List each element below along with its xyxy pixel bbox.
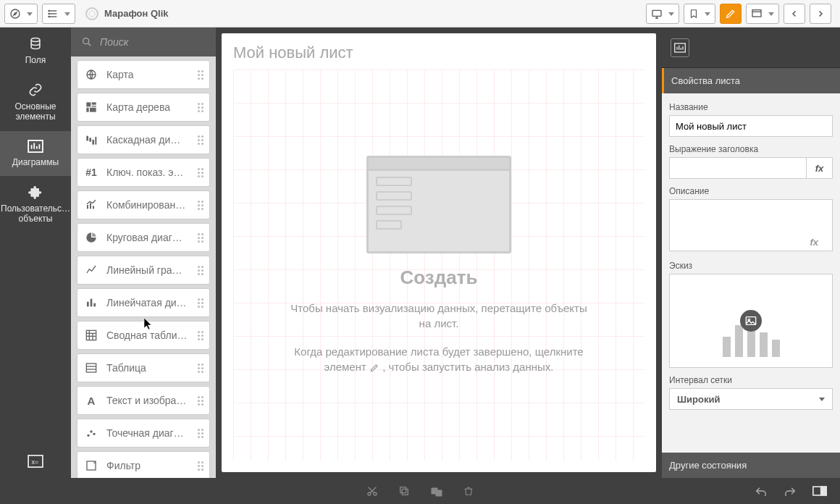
grip-icon [198, 135, 203, 145]
asset-label: Круговая диаг… [106, 232, 198, 243]
properties-tab-sheet[interactable] [671, 38, 689, 57]
rail-fields[interactable]: Поля [0, 28, 71, 74]
svg-point-6 [49, 16, 49, 17]
chevron-down-icon [705, 12, 710, 16]
svg-rect-24 [86, 108, 88, 112]
rail-charts[interactable]: Диаграммы [0, 131, 71, 176]
storytelling-button[interactable] [646, 4, 679, 24]
toggle-panel-button[interactable] [812, 486, 827, 496]
prop-desc-input[interactable] [669, 199, 833, 251]
svg-rect-31 [90, 203, 91, 209]
nav-compass-button[interactable] [4, 4, 38, 24]
sheet-title: Мой новый лист [222, 33, 656, 70]
asset-item[interactable]: Карта дерева [77, 93, 210, 122]
scatter-icon [83, 427, 99, 439]
svg-rect-33 [87, 302, 89, 307]
link-icon [28, 83, 43, 97]
asset-item[interactable]: #1Ключ. показ. э… [77, 158, 210, 187]
sheet-canvas[interactable]: Мой новый лист Создать Чтобы начать ви [222, 33, 656, 472]
asset-item[interactable]: Линейчатая ди… [77, 288, 210, 317]
svg-point-46 [93, 433, 95, 435]
prop-name-label: Название [669, 102, 833, 112]
copy-button[interactable] [398, 485, 410, 497]
cut-button[interactable] [366, 485, 378, 497]
line-icon [83, 264, 99, 276]
svg-rect-25 [90, 108, 96, 112]
puzzle-icon [28, 185, 43, 199]
svg-rect-32 [93, 206, 94, 209]
prop-title-expr-label: Выражение заголовка [669, 144, 833, 154]
asset-item[interactable]: Комбинирован… [77, 190, 210, 219]
paste-button[interactable] [430, 485, 443, 497]
svg-rect-11 [28, 140, 43, 152]
search-bar[interactable] [71, 28, 216, 56]
prop-desc-label: Описание [669, 186, 833, 196]
properties-panel: Свойства листа Название Выражение заголо… [662, 28, 840, 478]
asset-item[interactable]: Карта [77, 60, 210, 89]
svg-rect-28 [92, 140, 94, 145]
asset-item[interactable]: Фильтр [77, 451, 210, 478]
svg-rect-58 [400, 487, 406, 493]
asset-item[interactable]: Каскадная ди… [77, 125, 210, 154]
asset-item[interactable]: Круговая диаг… [77, 223, 210, 252]
svg-point-10 [31, 38, 40, 42]
asset-item[interactable]: Точечная диаг… [77, 419, 210, 448]
rail-variables[interactable]: x= [0, 448, 71, 478]
svg-rect-57 [402, 489, 408, 495]
table-icon [83, 362, 99, 374]
asset-item[interactable]: Сводная табли… [77, 321, 210, 350]
prop-name-input[interactable] [669, 115, 833, 137]
prop-grid-label: Интервал сетки [669, 375, 833, 385]
grip-icon [198, 429, 203, 438]
asset-item[interactable]: Линейный гра… [77, 256, 210, 285]
prop-thumbnail[interactable] [669, 274, 833, 368]
assets-dropdown-button[interactable] [42, 4, 75, 24]
hint-2: Когда редактирование листа будет заверше… [287, 344, 591, 374]
undo-button[interactable] [755, 486, 768, 496]
svg-point-4 [49, 10, 49, 11]
svg-point-55 [368, 492, 371, 495]
asset-item[interactable]: Таблица [77, 353, 210, 382]
bookmarks-button[interactable] [684, 4, 715, 24]
svg-rect-8 [652, 10, 661, 16]
assets-panel: КартаКарта дереваКаскадная ди…#1Ключ. по… [71, 28, 216, 478]
next-sheet-button[interactable] [810, 4, 831, 24]
top-toolbar: Марафон Qlik [0, 0, 840, 28]
prop-other-states[interactable]: Другие состояния [662, 453, 840, 478]
grip-icon [198, 266, 203, 275]
rail-charts-label: Диаграммы [12, 157, 59, 167]
grip-icon [198, 233, 203, 243]
sheets-button[interactable] [746, 4, 779, 24]
svg-point-44 [87, 434, 89, 437]
grip-icon [198, 331, 203, 340]
prop-grid-select[interactable]: Широкий [669, 388, 833, 410]
svg-point-5 [49, 13, 49, 14]
chevron-down-icon [27, 12, 33, 16]
edit-sheet-button[interactable] [720, 4, 742, 24]
fx-button[interactable]: fx [807, 157, 833, 179]
rail-custom-objects[interactable]: Пользовательс… объекты [0, 176, 71, 233]
chevron-down-icon [64, 12, 70, 16]
chevron-down-icon [668, 12, 674, 16]
prop-title-expr-input[interactable] [669, 157, 807, 179]
search-icon [81, 36, 93, 48]
search-input[interactable] [100, 36, 206, 48]
app-icon [85, 7, 98, 20]
prop-thumb-label: Эскиз [669, 261, 833, 271]
prev-sheet-button[interactable] [784, 4, 805, 24]
database-icon [28, 36, 43, 51]
svg-text:x=: x= [32, 458, 39, 466]
svg-rect-35 [93, 303, 96, 307]
delete-button[interactable] [463, 485, 474, 497]
sheet-grid[interactable]: Создать Чтобы начать визуализацию данных… [233, 70, 644, 461]
svg-rect-22 [92, 102, 96, 104]
asset-label: Карта [106, 69, 198, 80]
asset-label: Линейный гра… [106, 264, 198, 276]
grip-icon [198, 298, 203, 308]
svg-rect-48 [675, 43, 686, 52]
redo-button[interactable] [784, 486, 797, 496]
grip-icon [198, 461, 203, 471]
rail-master-items[interactable]: Основные элементы [0, 74, 71, 131]
asset-label: Комбинирован… [106, 199, 198, 211]
asset-item[interactable]: AТекст и изобра… [77, 386, 210, 415]
